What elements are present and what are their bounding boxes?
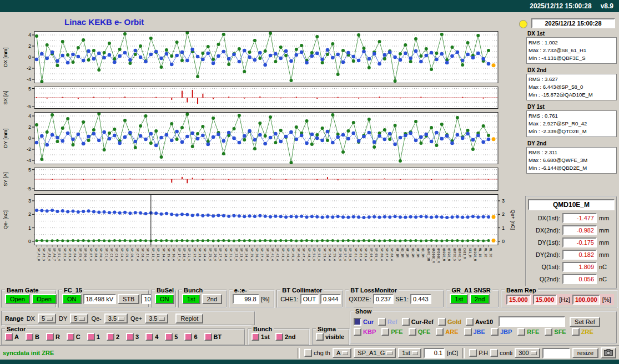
gr-a1-1st-button[interactable]: 1st	[450, 294, 468, 304]
set-ref-input[interactable]	[499, 316, 565, 327]
svg-text:SP_C8_4: SP_C8_4	[140, 248, 144, 261]
show-sfe-checkbox[interactable]: SFE	[545, 328, 566, 336]
show-ave10-checkbox[interactable]: Ave10	[466, 318, 493, 326]
monitor-row-unit: mm	[599, 215, 609, 221]
range-dx-select[interactable]: 5	[38, 314, 56, 323]
svg-text:SP_R0_4: SP_R0_4	[99, 248, 103, 261]
sector-item-r-checkbox[interactable]: R	[46, 333, 60, 341]
show-ref-checkbox[interactable]: Ref	[378, 318, 397, 326]
svg-text:SP_44_4: SP_44_4	[286, 248, 290, 261]
svg-text:Qe- [nC]: Qe- [nC]	[3, 210, 8, 229]
svg-text:CHE1_M: CHE1_M	[462, 248, 466, 260]
svg-text:SP_21_4: SP_21_4	[187, 248, 191, 261]
svg-text:SP_C6_4: SP_C6_4	[130, 248, 134, 261]
stat-block-1: DX 2ndRMS : 3.627Max : 6.443@SP_58_0Min …	[526, 67, 617, 100]
sector-item-a-checkbox[interactable]: A	[5, 333, 19, 341]
interval-select[interactable]: 300	[515, 348, 540, 358]
show-are-checkbox[interactable]: ARE	[436, 328, 458, 336]
range-dy-select[interactable]: 5	[70, 314, 88, 323]
bunch-2nd-button[interactable]: 2nd	[202, 294, 222, 304]
range-qep-select[interactable]: 3.5	[145, 314, 168, 323]
se1-label: SE1:	[395, 296, 409, 302]
checkbox-label: RFE	[527, 328, 539, 335]
svg-text:SP_A2_3: SP_A2_3	[42, 248, 46, 261]
fc15-stb-button[interactable]: STB	[118, 294, 139, 304]
sector-item-4-checkbox[interactable]: 4	[145, 333, 158, 341]
busel-title: BuSel	[155, 286, 175, 294]
busel-on-button[interactable]: ON	[155, 294, 174, 304]
show-pfe-checkbox[interactable]: PFE	[381, 328, 402, 336]
gr-a1-2nd-button[interactable]: 2nd	[470, 294, 490, 304]
show-zre-checkbox[interactable]: ZRE	[572, 328, 593, 336]
svg-text:SP_22_4: SP_22_4	[193, 248, 197, 261]
screenshot-button[interactable]	[601, 347, 616, 358]
svg-text:ML_2E: ML_2E	[484, 248, 487, 257]
svg-text:SP_B6_4: SP_B6_4	[83, 248, 87, 261]
show-cur-checkbox[interactable]: Cur	[354, 318, 374, 326]
show-kbp-checkbox[interactable]: KBP	[354, 328, 376, 336]
bpm-name-axis: SP_A1_8SP_A2_3SP_A3_4SP_A4_7SP_B1_4SP_B2…	[0, 245, 515, 282]
show-rfe-checkbox[interactable]: RFE	[517, 328, 539, 336]
stat-title: DX 1st	[526, 31, 617, 37]
svg-text:2: 2	[28, 211, 31, 217]
svg-text:SP_33_4: SP_33_4	[239, 248, 243, 261]
svg-text:SP_A3_4: SP_A3_4	[47, 248, 51, 261]
svg-text:3: 3	[28, 198, 31, 204]
bunch-number-select[interactable]: 1st	[398, 348, 421, 358]
show-cur-ref-checkbox[interactable]: Cur-Ref	[402, 318, 434, 326]
bunch-1st-button[interactable]: 1st	[182, 294, 200, 304]
sector-item-c-checkbox[interactable]: C	[67, 333, 80, 341]
chg-th-checkbox[interactable]: chg th	[304, 349, 330, 357]
range-qem-select[interactable]: 3.5	[104, 314, 128, 323]
bunch-item-2nd-checkbox[interactable]: 2nd	[275, 333, 296, 341]
blank-input[interactable]	[542, 348, 570, 358]
set-ref-button[interactable]: Set Ref	[570, 317, 600, 327]
monitor-rows: DX(1st):-1.477mmDX(2nd):-0.982mmDY(1st):…	[528, 213, 615, 284]
replot-button[interactable]: Replot	[175, 314, 203, 323]
threshold-input[interactable]	[424, 348, 445, 358]
sector-item-3-checkbox[interactable]: 3	[126, 333, 139, 341]
fc15-on-button[interactable]: ON	[62, 294, 82, 304]
conti-checkbox[interactable]: conti	[490, 349, 512, 357]
monitor-row-label: DY(2nd):	[528, 251, 560, 258]
sector-item-2-checkbox[interactable]: 2	[107, 333, 119, 341]
bpm-select[interactable]: SP_A1_G	[354, 348, 396, 358]
svg-text:SP_12_4: SP_12_4	[151, 248, 155, 261]
sector-item-b-checkbox[interactable]: B	[26, 333, 39, 341]
sector-select[interactable]: A	[333, 348, 351, 358]
sector-item-5-checkbox[interactable]: 5	[165, 333, 178, 341]
beam-gate-open-button-1[interactable]: Open	[5, 294, 30, 304]
sigma-title: Sigma	[316, 325, 338, 333]
titlebar-version: v8.9	[601, 2, 613, 10]
svg-text:SP_68_4: SP_68_4	[390, 248, 394, 261]
sigma-visible-checkbox[interactable]: visible	[316, 333, 344, 341]
sector-item-1-checkbox[interactable]: 1	[87, 333, 100, 341]
svg-text:ML_3E: ML_3E	[489, 248, 492, 257]
checkbox-square	[165, 333, 173, 341]
checkbox-label: JBP	[500, 328, 512, 335]
checkbox-square	[517, 328, 525, 336]
stat-block-0: DX 1stRMS : 1.002Max : 2.732@S8_61_H1Min…	[526, 31, 617, 64]
range-dx-label: DX	[27, 315, 35, 322]
svg-text:0: 0	[502, 239, 505, 244]
bunch-item-1st-checkbox[interactable]: 1st	[251, 333, 270, 341]
stat-block-2: DY 1stRMS : 0.761Max : 2.927@SP_R0_42Min…	[526, 104, 617, 137]
resize-button[interactable]: resize	[572, 348, 598, 358]
beam-gate-open-button-2[interactable]: Open	[32, 294, 57, 304]
qxd2e-label: QXD2E:	[349, 296, 371, 302]
show-jbe-checkbox[interactable]: JBE	[464, 328, 485, 336]
che1-measure: 0.944	[320, 294, 341, 304]
show-qfe-checkbox[interactable]: QFE	[409, 328, 431, 336]
monitor-row-value: -1.477	[562, 213, 597, 223]
sector-item-6-checkbox[interactable]: 6	[184, 333, 197, 341]
show-jbp-checkbox[interactable]: JBP	[491, 328, 512, 336]
sector-item-bt-checkbox[interactable]: BT	[204, 333, 222, 341]
checkbox-label: JBE	[474, 328, 485, 335]
svg-text:SP_A4_7: SP_A4_7	[52, 248, 56, 261]
svg-text:SP_67_4: SP_67_4	[385, 248, 389, 261]
svg-text:2: 2	[502, 211, 505, 217]
gr-a1-snsr-group: GR_A1 SNSR 1st 2nd	[446, 290, 499, 308]
ph-checkbox[interactable]: P.H	[469, 349, 488, 357]
bunch-select-group: Bunch 1st2nd	[248, 328, 310, 346]
show-gold-checkbox[interactable]: Gold	[438, 318, 461, 326]
